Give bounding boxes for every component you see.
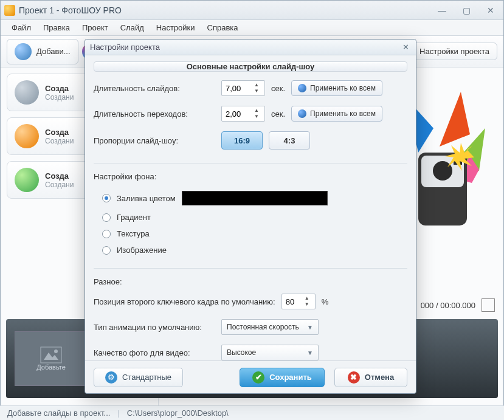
side-card-3-title: Созда: [45, 171, 74, 181]
side-card-1-sub: Создани: [45, 93, 74, 102]
photo-quality-label: Качество фото для видео:: [94, 348, 215, 357]
timecode-text: 000 / 00:00.000: [421, 301, 475, 310]
transition-length-field[interactable]: [222, 109, 251, 119]
fullscreen-icon[interactable]: [482, 298, 495, 312]
timecode: 000 / 00:00.000: [421, 298, 495, 312]
bg-image-option[interactable]: Изображение: [94, 243, 407, 257]
menu-bar: Файл Правка Проект Слайд Настройки Справ…: [1, 20, 503, 36]
side-card-2-sub: Создани: [45, 137, 74, 145]
dialog-title: Настройки проекта: [90, 43, 160, 52]
aspect-ratio-label: Пропорции слайд-шоу:: [94, 136, 215, 145]
status-path: C:\Users\plopr_000\Desktop\: [127, 408, 229, 418]
aspect-4-3-button[interactable]: 4:3: [269, 131, 310, 150]
apply-all-slides-button[interactable]: Применить ко всем: [291, 80, 382, 96]
slide-length-spinner[interactable]: ▲▼: [251, 82, 262, 94]
separator-2: [94, 268, 407, 269]
seconds-unit-1: сек.: [271, 84, 285, 93]
bg-gradient-radio[interactable]: [102, 213, 111, 222]
bg-texture-radio[interactable]: [102, 230, 111, 238]
bg-fill-radio[interactable]: [102, 194, 111, 202]
fill-color-swatch[interactable]: [182, 191, 328, 205]
cross-icon: ✖: [348, 371, 360, 384]
app-icon: [4, 5, 15, 16]
image-placeholder-icon: [40, 346, 62, 363]
background-section-label: Настройки фона:: [94, 172, 407, 181]
apply-all-label-1: Применить ко всем: [310, 84, 376, 92]
seconds-unit-2: сек.: [271, 109, 285, 119]
svg-rect-10: [41, 347, 61, 363]
gear-icon: ⚙: [105, 371, 117, 384]
bg-image-radio[interactable]: [102, 246, 111, 255]
dialog-title-bar: Настройки проекта ✕: [85, 40, 416, 55]
photo-quality-select[interactable]: Высокое ▼: [221, 345, 319, 360]
key2-spinner[interactable]: ▲▼: [302, 295, 312, 308]
slide-length-label: Длительность слайдов:: [94, 84, 215, 93]
svg-marker-2: [440, 92, 470, 146]
bg-gradient-option[interactable]: Градиент: [94, 210, 407, 224]
svg-point-7: [433, 161, 452, 181]
key2-input[interactable]: ▲▼: [281, 294, 316, 309]
orb-icon: [298, 84, 306, 92]
slide-length-input[interactable]: ▲▼: [221, 80, 265, 96]
status-separator: |: [117, 408, 119, 418]
misc-section-label: Разное:: [94, 277, 407, 286]
chevron-down-icon: ▼: [307, 324, 313, 331]
aspect-16-9-text: 16:9: [234, 136, 250, 145]
aspect-16-9-button[interactable]: 16:9: [221, 131, 263, 150]
photo-quality-value: Высокое: [227, 348, 256, 357]
apply-all-label-2: Применить ко всем: [310, 109, 376, 118]
bg-texture-label: Текстура: [117, 229, 150, 238]
apply-all-transitions-button[interactable]: Применить ко всем: [291, 106, 382, 122]
defaults-button-label: Стандартные: [122, 373, 171, 382]
menu-edit[interactable]: Правка: [38, 22, 75, 33]
svg-point-12: [54, 349, 58, 353]
project-settings-label: Настройки проекта: [419, 47, 489, 56]
maximize-button[interactable]: ▢: [457, 5, 475, 16]
cancel-button-label: Отмена: [365, 373, 394, 382]
menu-file[interactable]: Файл: [7, 22, 36, 33]
check-icon: ✔: [252, 371, 264, 384]
key2-field[interactable]: [282, 297, 302, 306]
dialog-header-text: Основные настройки слайд-шоу: [187, 62, 315, 71]
dialog-footer: ⚙ Стандартные ✔ Сохранить ✖ Отмена: [85, 360, 416, 393]
add-button-label: Добави...: [36, 47, 71, 56]
animation-type-label: Тип анимации по умолчанию:: [94, 323, 215, 332]
flame-icon: [15, 124, 39, 148]
animation-type-value: Постоянная скорость: [227, 323, 299, 331]
drop-frame[interactable]: Добавьте: [15, 331, 88, 386]
project-settings-dialog: Настройки проекта ✕ Основные настройки с…: [85, 39, 416, 394]
window-title: Проект 1 - ФотоШОУ PRO: [19, 5, 122, 15]
transition-length-spinner[interactable]: ▲▼: [251, 108, 262, 120]
close-window-button[interactable]: ✕: [482, 5, 500, 16]
bg-texture-option[interactable]: Текстура: [94, 227, 407, 241]
save-button[interactable]: ✔ Сохранить: [240, 368, 325, 387]
transition-length-input[interactable]: ▲▼: [221, 106, 265, 122]
title-bar: Проект 1 - ФотоШОУ PRO — ▢ ✕: [1, 1, 503, 20]
bg-fill-label: Заливка цветом: [117, 194, 176, 203]
animation-type-select[interactable]: Постоянная скорость ▼: [221, 319, 319, 335]
cancel-button[interactable]: ✖ Отмена: [334, 368, 407, 387]
project-settings-button[interactable]: Настройки проекта: [412, 43, 497, 60]
menu-settings[interactable]: Настройки: [151, 22, 200, 33]
slide-length-field[interactable]: [222, 84, 251, 93]
separator-1: [94, 163, 407, 164]
orb-icon: [298, 109, 306, 118]
side-card-2-title: Созда: [45, 128, 74, 137]
dialog-header: Основные настройки слайд-шоу: [94, 61, 407, 72]
status-bar: Добавьте слайды в проект... | C:\Users\p…: [0, 405, 504, 420]
side-card-3-sub: Создани: [45, 181, 74, 189]
minimize-button[interactable]: —: [433, 5, 451, 16]
dialog-close-button[interactable]: ✕: [400, 42, 411, 53]
menu-slide[interactable]: Слайд: [116, 22, 149, 33]
globe-icon: [15, 168, 39, 192]
aspect-4-3-text: 4:3: [284, 136, 295, 145]
transition-length-label: Длительность переходов:: [94, 109, 215, 119]
dialog-body: Основные настройки слайд-шоу Длительност…: [85, 55, 416, 360]
add-button[interactable]: Добави...: [7, 39, 78, 64]
menu-help[interactable]: Справка: [202, 22, 243, 33]
status-hint: Добавьте слайды в проект...: [7, 408, 110, 418]
bg-fill-option[interactable]: Заливка цветом: [94, 188, 407, 208]
defaults-button[interactable]: ⚙ Стандартные: [94, 368, 183, 387]
menu-project[interactable]: Проект: [77, 22, 113, 33]
percent-unit: %: [322, 297, 329, 306]
